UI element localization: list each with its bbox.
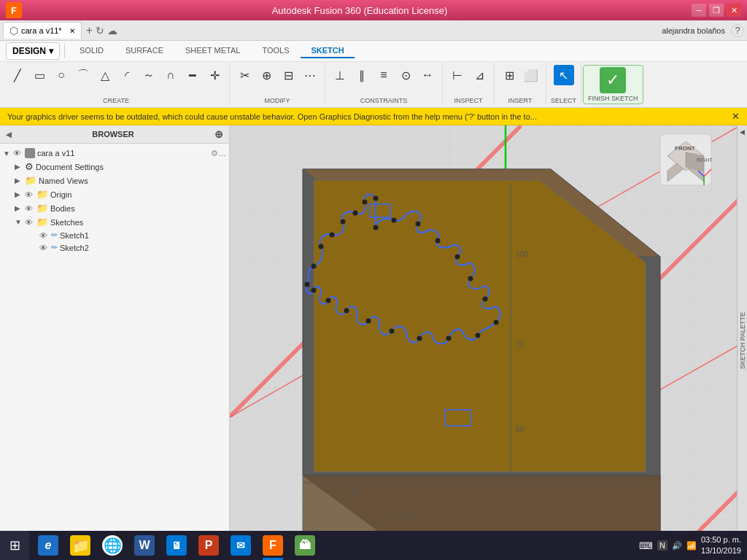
bodies-arrow: ▶ [15,204,25,212]
insert-icons: ⊞ ⬜ [499,65,541,85]
network-status-icon[interactable]: 📶 [686,541,697,551]
break-tool[interactable]: ⋯ [300,65,320,85]
cloud-icon[interactable]: ☁ [107,25,117,36]
select-tool[interactable]: ↖ [554,65,574,85]
svg-point-28 [341,219,346,225]
restore-button[interactable]: ❐ [709,4,724,17]
sketch-palette-panel[interactable]: SKETCH PALETTE ◀ [737,125,747,556]
tree-item-sketches[interactable]: ▼ 👁 📁 Sketches [0,215,229,229]
taskbar-photos[interactable]: 🏔 [289,531,321,560]
taskbar-email[interactable]: ✉ [225,531,257,560]
tab-surface[interactable]: SURFACE [115,44,174,58]
angle-tool[interactable]: ⊿ [469,65,489,85]
browser-collapse-icon[interactable]: ◀ [6,131,12,139]
dash-tool[interactable]: ━ [182,65,203,85]
select-label: SELECT [551,97,576,104]
taskbar-explorer[interactable]: 📁 [64,531,96,560]
start-button[interactable]: ⊞ [0,531,29,560]
root-eye[interactable]: 👁 [13,149,25,158]
close-button[interactable]: ✕ [727,4,741,17]
taskbar-ie[interactable]: e [32,531,64,560]
sketches-folder-icon: 📁 [36,217,48,228]
notification-close-button[interactable]: ✕ [732,111,740,122]
tree-item-root[interactable]: ▼ 👁 cara a v11 ⚙ … [0,147,229,160]
svg-point-19 [390,329,395,334]
sketch1-eye[interactable]: 👁 [39,231,51,240]
measure-tool[interactable]: ⊢ [447,65,468,85]
tree-item-origin[interactable]: ▶ 👁 📁 Origin [0,187,229,201]
constraint1[interactable]: ⊥ [330,65,350,85]
toolbar-group-finish-sketch: ✓ FINISH SKETCH [583,65,643,104]
root-arrow: ▼ [3,149,13,158]
doc-settings-arrow: ▶ [15,163,25,171]
taskbar-word[interactable]: W [128,531,160,560]
circle-tool[interactable]: ○ [51,65,71,85]
arc2-tool[interactable]: ◜ [117,65,137,85]
taskbar: ⊞ e 📁 🌐 W 🖥 P ✉ F 🏔 ⌨ N [0,531,747,560]
offset-tool[interactable]: ⊟ [278,65,298,85]
volume-icon[interactable]: 🔊 [672,541,682,551]
constraint5[interactable]: ↔ [417,65,438,85]
conic-tool[interactable]: ∩ [160,65,181,85]
root-more-icon[interactable]: … [218,149,226,158]
tree-item-named-views[interactable]: ▶ 📁 Named Views [0,174,229,187]
tab-tools[interactable]: TOOLS [252,44,299,58]
constraint3[interactable]: ≡ [374,65,394,85]
taskbar-control-panel[interactable]: 🖥 [160,531,193,560]
taskbar-fusion[interactable]: F [257,531,289,560]
tab-close-icon[interactable]: ✕ [69,27,75,35]
taskbar-chrome[interactable]: 🌐 [96,531,128,560]
sync-icon[interactable]: ↻ [96,25,104,36]
svg-point-20 [366,319,371,324]
browser-header: ◀ BROWSER ⊕ [0,125,229,144]
root-settings-icon[interactable]: ⚙ [211,149,218,158]
tri-tool[interactable]: △ [95,65,115,85]
insert1[interactable]: ⊞ [499,65,519,85]
constraint2[interactable]: ∥ [352,65,372,85]
tree-item-sketch1[interactable]: 👁 ✏ Sketch1 [0,229,229,241]
svg-point-22 [326,298,331,303]
point-tool[interactable]: ✛ [204,65,225,85]
minimize-button[interactable]: ─ [692,4,706,17]
scissors-tool[interactable]: ✂ [234,65,255,85]
constraint4[interactable]: ⊙ [395,65,416,85]
insert2[interactable]: ⬜ [521,65,541,85]
weld-tool[interactable]: ⊕ [256,65,276,85]
bodies-eye[interactable]: 👁 [25,204,36,213]
origin-arrow: ▶ [15,190,25,198]
tab-solid[interactable]: SOLID [69,44,114,58]
spline-tool[interactable]: ～ [139,65,159,85]
doc-settings-icon: ⚙ [25,161,34,172]
help-icon[interactable]: ? [731,24,744,37]
tree-item-doc-settings[interactable]: ▶ ⚙ Document Settings [0,160,229,174]
finish-sketch-checkmark[interactable]: ✓ [600,67,626,93]
origin-eye[interactable]: 👁 [25,190,36,199]
svg-point-13 [468,276,473,281]
arc-tool[interactable]: ⌒ [73,65,93,85]
svg-text:RIGHT: RIGHT [697,158,713,163]
viewport[interactable]: 100 75 50 -25 -100 FRONT RIGHT [230,125,747,556]
document-tab[interactable]: ⬡ cara a v11* ✕ [3,22,82,39]
system-tray: ⌨ N 🔊 📶 03:50 p. m. 13/10/2019 [633,534,747,557]
clock-time: 03:50 p. m. [701,534,741,545]
tab-sheet-metal[interactable]: SHEET METAL [175,44,250,58]
add-tab-button[interactable]: + [86,24,93,37]
keyboard-icon[interactable]: ⌨ [639,540,653,551]
fusion-logo: F [6,2,22,18]
tree-item-sketch2[interactable]: 👁 ✏ Sketch2 [0,241,229,254]
app-logo: F [6,2,28,18]
svg-point-12 [455,254,460,260]
browser-pin-icon[interactable]: ⊕ [214,128,223,140]
sketches-eye[interactable]: 👁 [25,218,36,227]
design-button[interactable]: DESIGN ▾ [6,42,60,60]
rect-tool[interactable]: ▭ [29,65,50,85]
svg-point-15 [494,320,499,325]
network-icon[interactable]: N [657,540,667,551]
constraints-label: CONSTRAINTS [360,97,408,104]
line-tool[interactable]: ╱ [7,65,28,85]
sketch2-eye[interactable]: 👁 [39,244,51,252]
taskbar-powerpoint[interactable]: P [193,531,225,560]
tree-item-bodies[interactable]: ▶ 👁 📁 Bodies [0,201,229,215]
tab-sketch[interactable]: SKETCH [301,44,354,58]
sketch-palette-collapse[interactable]: ◀ [740,128,745,136]
